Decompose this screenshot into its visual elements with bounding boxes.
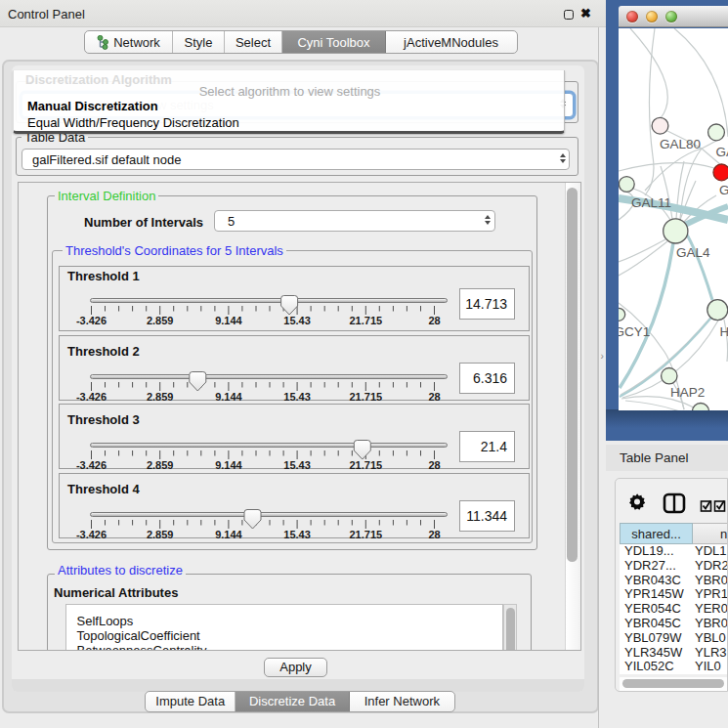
svg-text:GAL4: GAL4 xyxy=(676,245,710,260)
svg-text:HAP2: HAP2 xyxy=(670,385,705,400)
svg-text:HA: HA xyxy=(720,324,728,339)
svg-text:GAL11: GAL11 xyxy=(631,195,671,210)
svg-text:GCY1: GCY1 xyxy=(619,324,650,339)
svg-text:GA: GA xyxy=(719,183,728,197)
svg-text:GAL80: GAL80 xyxy=(660,137,701,151)
svg-text:GAL7: GAL7 xyxy=(716,145,728,159)
